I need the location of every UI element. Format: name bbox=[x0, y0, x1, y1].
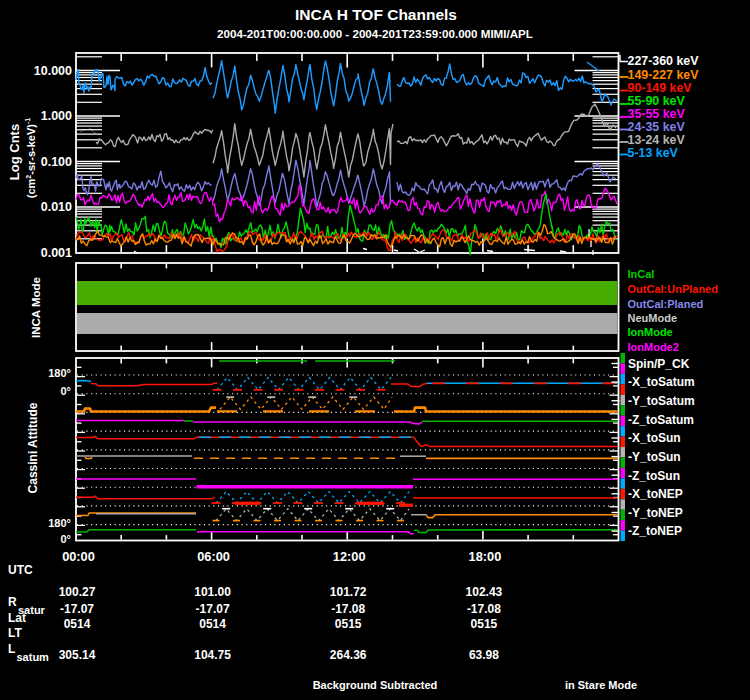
svg-text:NeuMode: NeuMode bbox=[628, 312, 678, 324]
svg-text:OutCal:UnPlaned: OutCal:UnPlaned bbox=[628, 283, 718, 295]
svg-text:-X_toSun: -X_toSun bbox=[628, 431, 681, 445]
svg-text:Spin/P_CK: Spin/P_CK bbox=[628, 357, 690, 371]
svg-text:12:00: 12:00 bbox=[333, 549, 366, 564]
svg-text:-Y_toNEP: -Y_toNEP bbox=[628, 506, 683, 520]
svg-text:0514: 0514 bbox=[199, 617, 226, 631]
svg-text:InCal: InCal bbox=[628, 268, 655, 280]
svg-text:180°: 180° bbox=[48, 367, 71, 379]
svg-text:-Z_toNEP: -Z_toNEP bbox=[628, 524, 682, 538]
svg-text:180°: 180° bbox=[48, 517, 71, 529]
svg-text:90-149 keV: 90-149 keV bbox=[628, 81, 693, 95]
svg-text:Lat: Lat bbox=[8, 611, 26, 625]
svg-text:in Stare Mode: in Stare Mode bbox=[565, 679, 637, 691]
svg-text:LT: LT bbox=[8, 626, 22, 640]
svg-text:24-35 keV: 24-35 keV bbox=[628, 120, 686, 134]
svg-text:satum: satum bbox=[17, 651, 50, 663]
svg-text:UTC: UTC bbox=[8, 563, 33, 577]
svg-text:06:00: 06:00 bbox=[197, 549, 230, 564]
svg-text:0515: 0515 bbox=[471, 617, 498, 631]
svg-text:Background Subtracted: Background Subtracted bbox=[313, 679, 438, 691]
svg-text:13-24 keV: 13-24 keV bbox=[628, 133, 686, 147]
svg-text:R: R bbox=[8, 595, 17, 609]
svg-text:18:00: 18:00 bbox=[469, 549, 502, 564]
svg-text:100.27: 100.27 bbox=[59, 585, 96, 599]
svg-text:104.75: 104.75 bbox=[194, 648, 231, 662]
svg-text:10.000: 10.000 bbox=[34, 64, 72, 78]
svg-text:-Y_toSatum: -Y_toSatum bbox=[628, 394, 695, 408]
svg-text:0°: 0° bbox=[60, 533, 71, 545]
svg-text:INCA Mode: INCA Mode bbox=[30, 277, 42, 338]
svg-text:35-55 keV: 35-55 keV bbox=[628, 107, 686, 121]
svg-text:-Y_toSun: -Y_toSun bbox=[628, 450, 681, 464]
svg-text:-17.07: -17.07 bbox=[60, 602, 94, 616]
svg-text:-17.08: -17.08 bbox=[331, 602, 365, 616]
svg-text:5-13 keV: 5-13 keV bbox=[628, 146, 679, 160]
svg-text:Cassini Attitude: Cassini Attitude bbox=[26, 402, 40, 493]
svg-text:-Z_toSatum: -Z_toSatum bbox=[628, 413, 694, 427]
svg-text:102.43: 102.43 bbox=[466, 585, 503, 599]
svg-text:(cm2-sr-s-keV)-1: (cm2-sr-s-keV)-1 bbox=[24, 118, 37, 199]
svg-text:63.98: 63.98 bbox=[469, 648, 499, 662]
svg-text:227-360 keV: 227-360 keV bbox=[628, 54, 700, 68]
svg-text:1.000: 1.000 bbox=[41, 109, 72, 123]
svg-text:305.14: 305.14 bbox=[59, 648, 96, 662]
svg-text:-17.08: -17.08 bbox=[467, 602, 501, 616]
svg-text:101.00: 101.00 bbox=[194, 585, 231, 599]
svg-text:-17.07: -17.07 bbox=[196, 602, 230, 616]
svg-text:2004-201T00:00:00.000 - 2004-2: 2004-201T00:00:00.000 - 2004-201T23:59:0… bbox=[217, 27, 533, 40]
svg-text:0.100: 0.100 bbox=[41, 155, 72, 169]
svg-text:101.72: 101.72 bbox=[330, 585, 367, 599]
svg-text:INCA H TOF Channels: INCA H TOF Channels bbox=[295, 6, 457, 23]
svg-text:0.001: 0.001 bbox=[41, 246, 72, 260]
svg-text:L: L bbox=[8, 642, 15, 656]
svg-text:55-90 keV: 55-90 keV bbox=[628, 94, 686, 108]
svg-text:0514: 0514 bbox=[64, 617, 91, 631]
svg-text:0°: 0° bbox=[60, 385, 71, 397]
svg-text:-X_toNEP: -X_toNEP bbox=[628, 487, 683, 501]
svg-text:Log Cnts: Log Cnts bbox=[7, 124, 22, 180]
svg-text:0.010: 0.010 bbox=[41, 200, 72, 214]
svg-text:IonMode: IonMode bbox=[628, 326, 673, 338]
svg-text:-Z_toSun: -Z_toSun bbox=[628, 469, 680, 483]
svg-text:OutCal:Planed: OutCal:Planed bbox=[628, 298, 704, 310]
svg-text:-X_toSatum: -X_toSatum bbox=[628, 375, 695, 389]
svg-text:IonMode2: IonMode2 bbox=[628, 341, 679, 353]
svg-text:0515: 0515 bbox=[335, 617, 362, 631]
svg-text:00:00: 00:00 bbox=[62, 549, 95, 564]
svg-text:264.36: 264.36 bbox=[330, 648, 367, 662]
svg-text:149-227 keV: 149-227 keV bbox=[628, 68, 700, 82]
